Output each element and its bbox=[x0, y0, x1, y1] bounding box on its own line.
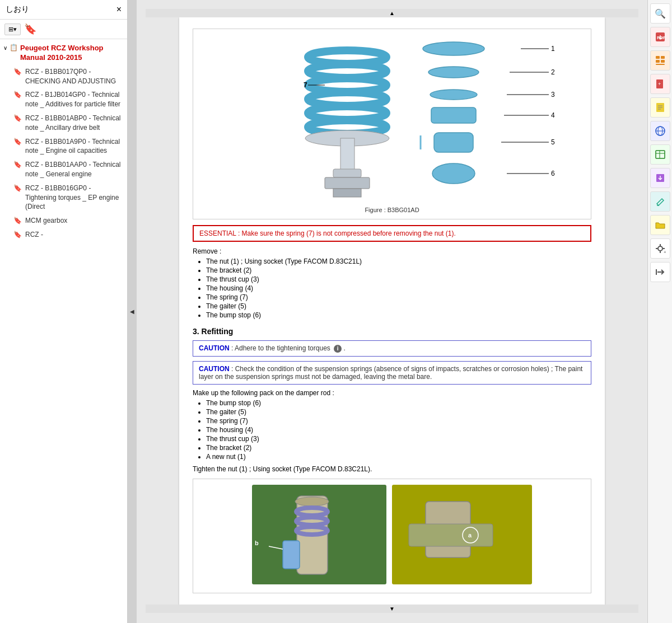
remove-item-3: The thrust cup (3) bbox=[206, 275, 591, 283]
svg-point-19 bbox=[430, 90, 477, 100]
sidebar: しおり × ⊞▾ 🔖 ∨ 📋 Peugeot RCZ Workshop Manu… bbox=[0, 0, 128, 623]
svg-text:4: 4 bbox=[551, 111, 555, 119]
svg-rect-53 bbox=[656, 64, 665, 65]
caution2-label: CAUTION bbox=[199, 365, 230, 373]
svg-rect-38 bbox=[283, 541, 300, 569]
svg-rect-8 bbox=[333, 169, 361, 177]
svg-point-16 bbox=[428, 67, 479, 78]
sidebar-collapse-button[interactable]: ◀ bbox=[128, 0, 137, 623]
caution2-text: : Check the condition of the suspension … bbox=[199, 365, 582, 381]
sidebar-item-3[interactable]: 🔖 RCZ - B1BB01ABP0 - Technical note _ An… bbox=[2, 111, 125, 135]
make-up-item-2: The gaiter (5) bbox=[206, 408, 591, 416]
caution1-label: CAUTION bbox=[199, 344, 230, 352]
export2-button[interactable] bbox=[650, 262, 670, 282]
svg-text:+: + bbox=[658, 81, 661, 87]
tree-root[interactable]: ∨ 📋 Peugeot RCZ Workshop Manual 2010-201… bbox=[2, 41, 125, 65]
sidebar-item-label-7: MCM gearbox bbox=[25, 216, 67, 226]
make-up-item-6: The bracket (2) bbox=[206, 444, 591, 452]
make-up-item-3: The spring (7) bbox=[206, 417, 591, 425]
sidebar-close-button[interactable]: × bbox=[116, 4, 122, 15]
sidebar-item-6[interactable]: 🔖 RCZ - B1BB016GP0 - Tightening torques … bbox=[2, 181, 125, 214]
caution1-text: : Adhere to the tightening torques bbox=[231, 344, 332, 352]
grid-view-button[interactable] bbox=[650, 50, 670, 71]
sidebar-item-2[interactable]: 🔖 RCZ - B1JB014GP0 - Technical note _ Ad… bbox=[2, 88, 125, 111]
sidebar-item-8[interactable]: 🔖 RCZ - bbox=[2, 228, 125, 242]
sidebar-content: ∨ 📋 Peugeot RCZ Workshop Manual 2010-201… bbox=[0, 39, 127, 623]
sidebar-tree: ∨ 📋 Peugeot RCZ Workshop Manual 2010-201… bbox=[0, 41, 127, 242]
remove-item-6: The gaiter (5) bbox=[206, 302, 591, 310]
assembly-diagram: b a bbox=[199, 485, 585, 585]
bookmark-icon: 🔖 bbox=[24, 23, 36, 35]
note-button[interactable] bbox=[650, 97, 670, 118]
bookmark-icon-6: 🔖 bbox=[13, 184, 22, 192]
sidebar-item-label-5: RCZ - B1BB01AAP0 - Technical note _ Gene… bbox=[25, 160, 124, 179]
caution1-box: CAUTION : Adhere to the tightening torqu… bbox=[193, 340, 591, 357]
document-viewer[interactable]: ▲ bbox=[137, 0, 647, 623]
remove-item-1: The nut (1) ; Using socket (Type FACOM D… bbox=[206, 257, 591, 265]
tree-root-arrow: ∨ bbox=[3, 45, 7, 51]
svg-text:5: 5 bbox=[551, 138, 555, 146]
make-up-item-4: The housing (4) bbox=[206, 426, 591, 434]
add-page-button[interactable]: + bbox=[650, 74, 670, 94]
info-icon-1: i bbox=[334, 345, 342, 353]
svg-text:b: b bbox=[255, 540, 259, 546]
sidebar-item-label-2: RCZ - B1JB014GP0 - Technical note _ Addi… bbox=[25, 90, 124, 109]
svg-text:+: + bbox=[664, 250, 666, 254]
svg-rect-52 bbox=[661, 60, 665, 63]
bookmark-icon-1: 🔖 bbox=[13, 68, 22, 76]
sidebar-item-4[interactable]: 🔖 RCZ - B1BB01A9P0 - Technical note _ En… bbox=[2, 135, 125, 158]
save-pdf-button[interactable]: PDF bbox=[650, 27, 670, 47]
bookmark-icon-8: 🔖 bbox=[13, 231, 22, 238]
make-up-item-7: A new nut (1) bbox=[206, 453, 591, 461]
edit-button[interactable] bbox=[650, 191, 670, 212]
svg-rect-49 bbox=[656, 56, 660, 59]
svg-rect-22 bbox=[431, 107, 476, 123]
remove-item-5: The spring (7) bbox=[206, 293, 591, 301]
bookmark-icon-3: 🔖 bbox=[13, 114, 22, 122]
translate-button[interactable] bbox=[650, 121, 670, 141]
bookmark-icon-7: 🔖 bbox=[13, 217, 22, 224]
sidebar-item-label-1: RCZ - B1BB017QP0 - CHECKING AND ADJUSTIN… bbox=[25, 67, 124, 86]
sidebar-item-label-3: RCZ - B1BB01ABP0 - Technical note _ Anci… bbox=[25, 114, 124, 133]
svg-text:1: 1 bbox=[551, 45, 555, 53]
essential-text: ESSENTIAL : Make sure the spring (7) is … bbox=[199, 229, 456, 237]
svg-point-34 bbox=[295, 497, 329, 506]
make-up-label: Make up the following pack on the damper… bbox=[193, 389, 591, 397]
right-toolbar: 🔍 PDF + bbox=[647, 0, 672, 623]
main-area: ◀ ▲ bbox=[128, 0, 672, 623]
svg-rect-10 bbox=[333, 189, 361, 197]
sidebar-item-7[interactable]: 🔖 MCM gearbox bbox=[2, 214, 125, 228]
bookmark-icon-5: 🔖 bbox=[13, 161, 22, 168]
sidebar-item-label-4: RCZ - B1BB01A9P0 - Technical note _ Engi… bbox=[25, 137, 124, 156]
zoom-button[interactable]: 🔍 bbox=[650, 3, 670, 24]
svg-rect-50 bbox=[661, 56, 665, 59]
table-button[interactable] bbox=[650, 144, 670, 165]
sidebar-title: しおり bbox=[6, 4, 29, 15]
sidebar-item-label-6: RCZ - B1BB016GP0 - Tightening torques _ … bbox=[25, 184, 124, 212]
svg-rect-63 bbox=[656, 151, 665, 158]
svg-text:3: 3 bbox=[551, 91, 555, 99]
caution1-period: . bbox=[344, 344, 346, 352]
scroll-up-button[interactable]: ▲ bbox=[146, 9, 638, 17]
svg-text:a: a bbox=[468, 532, 472, 538]
export-button[interactable] bbox=[650, 168, 670, 188]
remove-label: Remove : bbox=[193, 247, 591, 255]
bookmark-icon-2: 🔖 bbox=[13, 91, 22, 99]
view-toggle-button[interactable]: ⊞▾ bbox=[4, 24, 21, 35]
sidebar-toolbar: ⊞▾ 🔖 bbox=[0, 20, 127, 39]
tighten-note: Tighten the nut (1) ; Using socket (Type… bbox=[193, 465, 591, 473]
svg-rect-51 bbox=[656, 60, 660, 63]
figure1-container: 7 1 2 bbox=[193, 29, 591, 219]
section3-title: 3. Refitting bbox=[193, 327, 591, 336]
bookmark-icon-4: 🔖 bbox=[13, 138, 22, 146]
scroll-down-button[interactable]: ▼ bbox=[146, 605, 638, 613]
sidebar-item-1[interactable]: 🔖 RCZ - B1BB017QP0 - CHECKING AND ADJUST… bbox=[2, 65, 125, 88]
svg-text:2: 2 bbox=[551, 68, 555, 76]
remove-item-4: The housing (4) bbox=[206, 284, 591, 292]
tools-button[interactable]: + bbox=[650, 238, 670, 259]
svg-point-13 bbox=[423, 42, 484, 55]
folder-button[interactable] bbox=[650, 215, 670, 235]
tree-root-icon: 📋 bbox=[10, 44, 18, 51]
sidebar-item-5[interactable]: 🔖 RCZ - B1BB01AAP0 - Technical note _ Ge… bbox=[2, 158, 125, 181]
make-up-item-5: The thrust cup (3) bbox=[206, 435, 591, 443]
